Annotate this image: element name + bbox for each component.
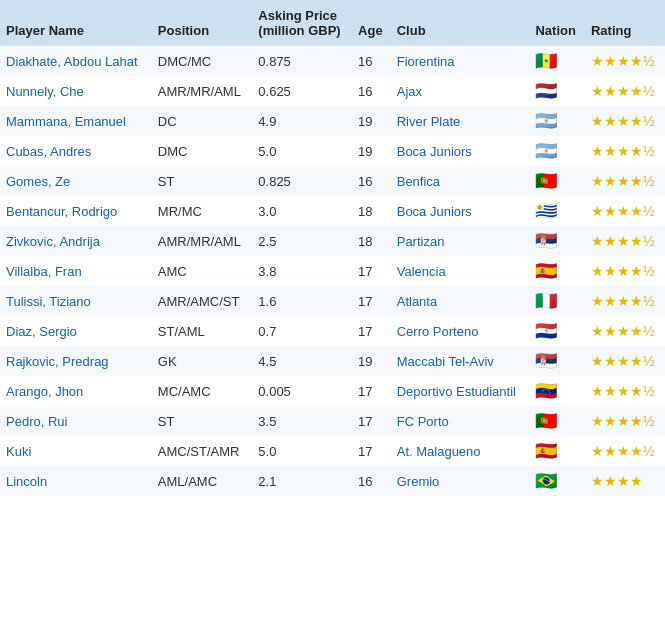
player-name[interactable]: Gomes, Ze — [0, 166, 152, 196]
player-club[interactable]: Valencia — [391, 256, 530, 286]
player-name[interactable]: Rajkovic, Predrag — [0, 346, 152, 376]
player-asking-price: 2.5 — [252, 226, 352, 256]
player-asking-price: 4.5 — [252, 346, 352, 376]
player-nation-flag: 🇻🇪 — [529, 376, 584, 406]
player-position: DMC/MC — [152, 46, 253, 76]
player-name[interactable]: Lincoln — [0, 466, 152, 496]
player-name[interactable]: Villalba, Fran — [0, 256, 152, 286]
player-nation-flag: 🇦🇷 — [529, 136, 584, 166]
player-rating-stars: ★★★★½ — [585, 76, 665, 106]
player-rating-stars: ★★★★½ — [585, 46, 665, 76]
player-name[interactable]: Diaz, Sergio — [0, 316, 152, 346]
player-nation-flag: 🇵🇹 — [529, 166, 584, 196]
player-name[interactable]: Arango, Jhon — [0, 376, 152, 406]
player-name[interactable]: Bentancur, Rodrigo — [0, 196, 152, 226]
player-rating-stars: ★★★★½ — [585, 196, 665, 226]
player-age: 19 — [352, 346, 391, 376]
player-club[interactable]: Boca Juniors — [391, 136, 530, 166]
player-rating-stars: ★★★★½ — [585, 316, 665, 346]
player-asking-price: 4.9 — [252, 106, 352, 136]
col-header-asking-price: Asking Price(million GBP) — [252, 0, 352, 46]
player-position: MC/AMC — [152, 376, 253, 406]
player-rating-stars: ★★★★½ — [585, 256, 665, 286]
player-nation-flag: 🇦🇷 — [529, 106, 584, 136]
player-name[interactable]: Cubas, Andres — [0, 136, 152, 166]
player-rating-stars: ★★★★½ — [585, 376, 665, 406]
player-age: 17 — [352, 286, 391, 316]
player-nation-flag: 🇷🇸 — [529, 226, 584, 256]
player-name[interactable]: Zivkovic, Andrija — [0, 226, 152, 256]
player-name[interactable]: Mammana, Emanuel — [0, 106, 152, 136]
player-age: 17 — [352, 316, 391, 346]
player-age: 18 — [352, 196, 391, 226]
player-club[interactable]: Maccabi Tel-Aviv — [391, 346, 530, 376]
player-name[interactable]: Nunnely, Che — [0, 76, 152, 106]
table-row: Nunnely, Che AMR/MR/AML 0.625 16 Ajax 🇳🇱… — [0, 76, 665, 106]
player-club[interactable]: At. Malagueno — [391, 436, 530, 466]
player-club[interactable]: Fiorentina — [391, 46, 530, 76]
player-position: AMC — [152, 256, 253, 286]
player-rating-stars: ★★★★½ — [585, 286, 665, 316]
player-age: 19 — [352, 136, 391, 166]
player-club[interactable]: FC Porto — [391, 406, 530, 436]
player-nation-flag: 🇳🇱 — [529, 76, 584, 106]
player-position: AMC/ST/AMR — [152, 436, 253, 466]
player-club[interactable]: Deportivo Estudiantil — [391, 376, 530, 406]
player-position: GK — [152, 346, 253, 376]
player-asking-price: 0.875 — [252, 46, 352, 76]
player-age: 16 — [352, 466, 391, 496]
table-row: Kuki AMC/ST/AMR 5.0 17 At. Malagueno 🇪🇸 … — [0, 436, 665, 466]
player-age: 19 — [352, 106, 391, 136]
player-age: 16 — [352, 76, 391, 106]
player-asking-price: 5.0 — [252, 136, 352, 166]
player-club[interactable]: Ajax — [391, 76, 530, 106]
player-age: 16 — [352, 46, 391, 76]
player-club[interactable]: River Plate — [391, 106, 530, 136]
player-rating-stars: ★★★★½ — [585, 346, 665, 376]
player-asking-price: 3.0 — [252, 196, 352, 226]
player-name[interactable]: Kuki — [0, 436, 152, 466]
player-rating-stars: ★★★★½ — [585, 136, 665, 166]
player-name[interactable]: Pedro, Rui — [0, 406, 152, 436]
player-nation-flag: 🇸🇳 — [529, 46, 584, 76]
player-rating-stars: ★★★★½ — [585, 406, 665, 436]
player-asking-price: 5.0 — [252, 436, 352, 466]
player-nation-flag: 🇪🇸 — [529, 256, 584, 286]
player-asking-price: 0.7 — [252, 316, 352, 346]
player-club[interactable]: Gremio — [391, 466, 530, 496]
table-row: Zivkovic, Andrija AMR/MR/AML 2.5 18 Part… — [0, 226, 665, 256]
player-name[interactable]: Diakhate, Abdou Lahat — [0, 46, 152, 76]
player-position: MR/MC — [152, 196, 253, 226]
player-table: Player Name Position Asking Price(millio… — [0, 0, 665, 496]
player-asking-price: 0.825 — [252, 166, 352, 196]
table-row: Villalba, Fran AMC 3.8 17 Valencia 🇪🇸 ★★… — [0, 256, 665, 286]
player-nation-flag: 🇧🇷 — [529, 466, 584, 496]
player-position: AMR/MR/AML — [152, 76, 253, 106]
player-club[interactable]: Partizan — [391, 226, 530, 256]
table-row: Cubas, Andres DMC 5.0 19 Boca Juniors 🇦🇷… — [0, 136, 665, 166]
player-nation-flag: 🇷🇸 — [529, 346, 584, 376]
player-position: ST — [152, 166, 253, 196]
player-name[interactable]: Tulissi, Tiziano — [0, 286, 152, 316]
col-header-club: Club — [391, 0, 530, 46]
player-age: 17 — [352, 406, 391, 436]
table-row: Gomes, Ze ST 0.825 16 Benfica 🇵🇹 ★★★★½ — [0, 166, 665, 196]
table-row: Arango, Jhon MC/AMC 0.005 17 Deportivo E… — [0, 376, 665, 406]
player-position: AMR/MR/AML — [152, 226, 253, 256]
player-nation-flag: 🇺🇾 — [529, 196, 584, 226]
player-position: AML/AMC — [152, 466, 253, 496]
player-club[interactable]: Cerro Porteno — [391, 316, 530, 346]
player-asking-price: 3.8 — [252, 256, 352, 286]
col-header-nation: Nation — [529, 0, 584, 46]
player-asking-price: 1.6 — [252, 286, 352, 316]
player-club[interactable]: Atlanta — [391, 286, 530, 316]
player-nation-flag: 🇪🇸 — [529, 436, 584, 466]
player-club[interactable]: Benfica — [391, 166, 530, 196]
player-nation-flag: 🇮🇹 — [529, 286, 584, 316]
player-position: DMC — [152, 136, 253, 166]
player-rating-stars: ★★★★½ — [585, 166, 665, 196]
player-position: ST — [152, 406, 253, 436]
table-row: Diaz, Sergio ST/AML 0.7 17 Cerro Porteno… — [0, 316, 665, 346]
table-row: Bentancur, Rodrigo MR/MC 3.0 18 Boca Jun… — [0, 196, 665, 226]
player-club[interactable]: Boca Juniors — [391, 196, 530, 226]
